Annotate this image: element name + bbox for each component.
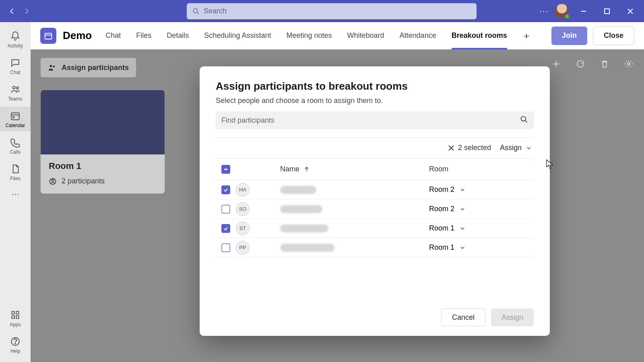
search-placeholder: Search	[204, 7, 227, 15]
tab-chat[interactable]: Chat	[100, 22, 126, 49]
rail-label: Chat	[10, 70, 20, 75]
svg-rect-14	[16, 316, 19, 319]
search-icon	[516, 115, 528, 125]
column-room-header[interactable]: Room	[429, 165, 534, 173]
room-name: Room 1	[41, 154, 165, 173]
room-participant-count: 2 participants	[62, 177, 105, 185]
rail-label: Activity	[8, 43, 23, 49]
participant-avatar: ST	[236, 222, 250, 235]
assign-participants-modal: Assign participants to breakout rooms Se…	[200, 66, 550, 336]
rail-help[interactable]: Help	[0, 332, 31, 357]
people-icon	[48, 63, 57, 72]
rail-activity[interactable]: Activity	[0, 27, 31, 52]
recreate-rooms-button[interactable]	[575, 58, 586, 70]
room-settings-button[interactable]	[623, 58, 634, 70]
tab-meeting-notes[interactable]: Meeting notes	[281, 22, 337, 49]
back-button[interactable]	[5, 4, 19, 19]
participant-room-dropdown[interactable]: Room 2	[429, 205, 534, 213]
participant-row: STRoom 1	[216, 219, 534, 238]
participants-table-body: HARoom 2SORoom 2STRoom 1PPRoom 1	[216, 180, 534, 257]
svg-point-22	[52, 179, 54, 181]
rail-chat[interactable]: Chat	[0, 53, 31, 78]
participant-row: PPRoom 1	[216, 238, 534, 257]
tab-scheduling-assistant[interactable]: Scheduling Assistant	[198, 22, 277, 49]
participant-name-redacted	[280, 186, 316, 194]
user-avatar[interactable]	[555, 4, 569, 19]
select-all-checkbox[interactable]	[221, 165, 230, 174]
rail-label: Calendar	[6, 123, 25, 128]
chat-icon	[10, 58, 21, 68]
participant-checkbox[interactable]	[221, 243, 230, 252]
app-rail: Activity Chat Teams Calendar Calls Files…	[0, 22, 31, 362]
participant-checkbox[interactable]	[221, 205, 230, 214]
participant-row: SORoom 2	[216, 200, 534, 219]
assign-dropdown-label: Assign	[500, 144, 522, 152]
breakout-rooms-panel: Assign participants Room 1 2 participant…	[31, 49, 644, 362]
search-icon	[192, 8, 200, 15]
minimize-button[interactable]	[575, 4, 592, 19]
participant-avatar: PP	[236, 241, 250, 255]
participant-checkbox[interactable]	[221, 224, 230, 233]
add-tab-button[interactable]: ＋	[518, 28, 535, 44]
rail-label: Files	[10, 176, 20, 181]
participant-room-dropdown[interactable]: Room 1	[429, 243, 534, 252]
participant-avatar: SO	[236, 202, 250, 216]
join-button[interactable]: Join	[551, 27, 587, 45]
svg-rect-10	[13, 116, 14, 118]
rail-label: Calls	[10, 149, 21, 155]
chevron-down-icon	[459, 187, 466, 193]
svg-point-26	[521, 116, 526, 121]
participant-avatar: HA	[236, 183, 250, 197]
participant-room-label: Room 2	[429, 205, 454, 213]
assign-participants-label: Assign participants	[62, 64, 129, 72]
rail-apps[interactable]: Apps	[0, 306, 31, 331]
tab-files[interactable]: Files	[130, 22, 157, 49]
apps-icon	[10, 310, 21, 320]
teams-icon	[10, 84, 21, 95]
participant-room-dropdown[interactable]: Room 2	[429, 185, 534, 194]
tab-breakout-rooms[interactable]: Breakout rooms	[446, 22, 513, 49]
svg-rect-11	[12, 311, 14, 314]
rail-calendar[interactable]: Calendar	[0, 107, 31, 132]
room-card-header	[41, 90, 165, 154]
close-window-button[interactable]	[621, 4, 639, 19]
svg-line-1	[197, 12, 199, 14]
participant-checkbox[interactable]	[221, 185, 230, 194]
calendar-icon	[10, 111, 21, 121]
assign-button-disabled: Assign	[491, 309, 534, 326]
maximize-button[interactable]	[598, 4, 616, 19]
find-participants-input[interactable]: Find participants	[216, 111, 534, 129]
global-search-input[interactable]: Search	[187, 3, 477, 19]
rail-more[interactable]: ···	[0, 186, 31, 202]
tab-attendance[interactable]: Attendance	[394, 22, 442, 49]
more-options-button[interactable]: ···	[539, 6, 549, 16]
participant-room-dropdown[interactable]: Room 1	[429, 224, 534, 232]
tab-details[interactable]: Details	[161, 22, 194, 49]
meeting-title: Demo	[63, 29, 92, 42]
delete-rooms-button[interactable]	[599, 58, 610, 70]
svg-point-6	[13, 86, 16, 89]
tab-whiteboard[interactable]: Whiteboard	[342, 22, 390, 49]
room-card[interactable]: Room 1 2 participants	[40, 90, 165, 194]
rail-teams[interactable]: Teams	[0, 80, 31, 105]
rail-label: Teams	[8, 96, 22, 102]
calendar-icon	[44, 31, 53, 40]
rail-calls[interactable]: Calls	[0, 133, 31, 158]
add-room-button[interactable]	[551, 58, 562, 70]
rail-files[interactable]: Files	[0, 160, 31, 185]
svg-rect-12	[16, 311, 19, 314]
clear-selection-button[interactable]: 2 selected	[448, 144, 491, 152]
forward-button[interactable]	[19, 4, 34, 19]
svg-point-20	[53, 66, 55, 68]
svg-rect-8	[11, 113, 19, 119]
cancel-button[interactable]: Cancel	[441, 309, 485, 326]
svg-rect-13	[12, 316, 14, 319]
modal-subtitle: Select people and choose a room to assig…	[216, 97, 534, 105]
assign-participants-button[interactable]: Assign participants	[40, 58, 136, 78]
participant-room-label: Room 1	[429, 243, 454, 252]
assign-dropdown[interactable]: Assign	[500, 144, 532, 152]
search-placeholder: Find participants	[221, 116, 275, 125]
close-button[interactable]: Close	[593, 27, 634, 45]
column-name-header[interactable]: Name	[280, 165, 429, 173]
svg-point-19	[50, 65, 52, 68]
